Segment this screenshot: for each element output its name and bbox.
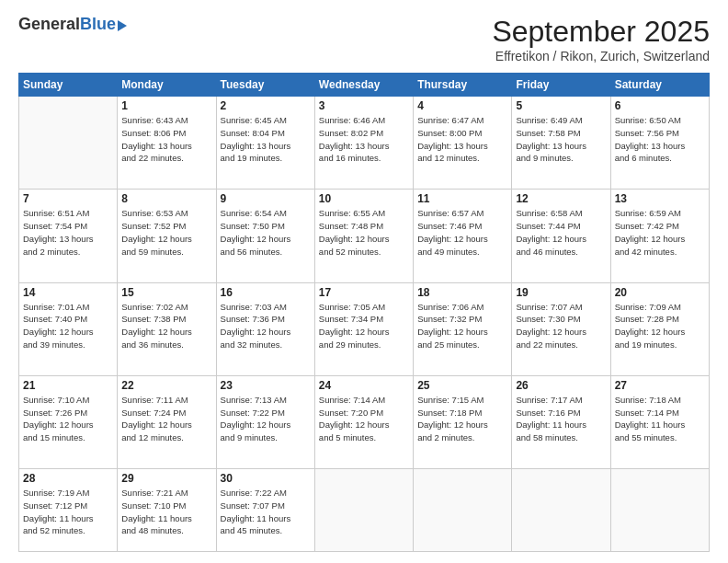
day-number: 1 — [121, 99, 211, 112]
day-info: Sunrise: 7:15 AM Sunset: 7:18 PM Dayligh… — [417, 394, 507, 444]
calendar-cell: 23Sunrise: 7:13 AM Sunset: 7:22 PM Dayli… — [216, 375, 314, 468]
title-area: September 2025 Effretikon / Rikon, Zuric… — [492, 15, 710, 63]
calendar-cell: 26Sunrise: 7:17 AM Sunset: 7:16 PM Dayli… — [512, 375, 610, 468]
calendar-cell: 7Sunrise: 6:51 AM Sunset: 7:54 PM Daylig… — [19, 190, 118, 282]
logo-arrow-icon — [118, 20, 127, 31]
day-number: 10 — [319, 192, 409, 205]
calendar-cell: 16Sunrise: 7:03 AM Sunset: 7:36 PM Dayli… — [216, 282, 314, 375]
location-text: Effretikon / Rikon, Zurich, Switzerland — [492, 49, 710, 63]
day-number: 20 — [615, 286, 705, 299]
day-number: 30 — [221, 472, 311, 485]
day-info: Sunrise: 7:01 AM Sunset: 7:40 PM Dayligh… — [23, 301, 113, 351]
day-number: 2 — [221, 99, 311, 112]
day-info: Sunrise: 7:07 AM Sunset: 7:30 PM Dayligh… — [516, 301, 606, 351]
calendar-cell: 25Sunrise: 7:15 AM Sunset: 7:18 PM Dayli… — [414, 375, 512, 468]
calendar-cell — [512, 469, 610, 552]
day-number: 17 — [319, 286, 409, 299]
calendar-day-header: Monday — [118, 74, 216, 97]
logo-blue-text: Blue — [80, 15, 116, 34]
calendar-day-header: Saturday — [610, 74, 709, 97]
day-info: Sunrise: 6:50 AM Sunset: 7:56 PM Dayligh… — [615, 114, 705, 165]
day-number: 19 — [516, 286, 606, 299]
day-number: 13 — [615, 192, 705, 205]
day-info: Sunrise: 7:19 AM Sunset: 7:12 PM Dayligh… — [23, 487, 113, 537]
calendar-day-header: Thursday — [414, 74, 512, 97]
day-number: 12 — [516, 192, 606, 205]
day-number: 8 — [121, 192, 211, 205]
day-info: Sunrise: 6:53 AM Sunset: 7:52 PM Dayligh… — [121, 207, 211, 258]
calendar-cell: 10Sunrise: 6:55 AM Sunset: 7:48 PM Dayli… — [314, 190, 413, 282]
day-number: 15 — [121, 286, 211, 299]
logo-general-text: General — [18, 15, 80, 34]
day-number: 23 — [221, 379, 311, 392]
day-number: 11 — [417, 192, 507, 205]
day-info: Sunrise: 7:09 AM Sunset: 7:28 PM Dayligh… — [615, 301, 705, 351]
calendar-cell: 28Sunrise: 7:19 AM Sunset: 7:12 PM Dayli… — [19, 469, 118, 552]
calendar-day-header: Tuesday — [216, 74, 314, 97]
calendar-cell: 8Sunrise: 6:53 AM Sunset: 7:52 PM Daylig… — [118, 190, 216, 282]
day-info: Sunrise: 6:46 AM Sunset: 8:02 PM Dayligh… — [319, 114, 409, 165]
calendar-cell: 20Sunrise: 7:09 AM Sunset: 7:28 PM Dayli… — [610, 282, 709, 375]
day-number: 21 — [23, 379, 113, 392]
day-number: 14 — [23, 286, 113, 299]
day-info: Sunrise: 6:47 AM Sunset: 8:00 PM Dayligh… — [417, 114, 507, 165]
day-number: 27 — [615, 379, 705, 392]
day-info: Sunrise: 7:17 AM Sunset: 7:16 PM Dayligh… — [516, 394, 606, 444]
calendar-cell — [19, 97, 118, 190]
day-info: Sunrise: 6:59 AM Sunset: 7:42 PM Dayligh… — [615, 207, 705, 258]
calendar-day-header: Friday — [512, 74, 610, 97]
logo: General Blue — [18, 15, 127, 34]
month-title: September 2025 — [492, 15, 710, 49]
day-number: 7 — [23, 192, 113, 205]
day-number: 9 — [221, 192, 311, 205]
calendar-cell: 22Sunrise: 7:11 AM Sunset: 7:24 PM Dayli… — [118, 375, 216, 468]
day-info: Sunrise: 7:22 AM Sunset: 7:07 PM Dayligh… — [221, 487, 311, 537]
calendar-cell: 5Sunrise: 6:49 AM Sunset: 7:58 PM Daylig… — [512, 97, 610, 190]
day-info: Sunrise: 7:18 AM Sunset: 7:14 PM Dayligh… — [615, 394, 705, 444]
day-info: Sunrise: 6:57 AM Sunset: 7:46 PM Dayligh… — [417, 207, 507, 258]
day-info: Sunrise: 6:45 AM Sunset: 8:04 PM Dayligh… — [221, 114, 311, 165]
day-number: 24 — [319, 379, 409, 392]
day-number: 28 — [23, 472, 113, 485]
calendar-cell: 2Sunrise: 6:45 AM Sunset: 8:04 PM Daylig… — [216, 97, 314, 190]
calendar-cell: 24Sunrise: 7:14 AM Sunset: 7:20 PM Dayli… — [314, 375, 413, 468]
day-info: Sunrise: 6:54 AM Sunset: 7:50 PM Dayligh… — [221, 207, 311, 258]
calendar-cell: 9Sunrise: 6:54 AM Sunset: 7:50 PM Daylig… — [216, 190, 314, 282]
day-info: Sunrise: 6:49 AM Sunset: 7:58 PM Dayligh… — [516, 114, 606, 165]
calendar-cell: 11Sunrise: 6:57 AM Sunset: 7:46 PM Dayli… — [414, 190, 512, 282]
calendar-day-header: Wednesday — [314, 74, 413, 97]
day-number: 26 — [516, 379, 606, 392]
day-info: Sunrise: 7:11 AM Sunset: 7:24 PM Dayligh… — [121, 394, 211, 444]
calendar-cell: 19Sunrise: 7:07 AM Sunset: 7:30 PM Dayli… — [512, 282, 610, 375]
calendar-cell: 6Sunrise: 6:50 AM Sunset: 7:56 PM Daylig… — [610, 97, 709, 190]
day-info: Sunrise: 7:13 AM Sunset: 7:22 PM Dayligh… — [221, 394, 311, 444]
calendar-cell: 12Sunrise: 6:58 AM Sunset: 7:44 PM Dayli… — [512, 190, 610, 282]
day-number: 3 — [319, 99, 409, 112]
day-info: Sunrise: 7:10 AM Sunset: 7:26 PM Dayligh… — [23, 394, 113, 444]
calendar-cell — [314, 469, 413, 552]
day-info: Sunrise: 6:43 AM Sunset: 8:06 PM Dayligh… — [121, 114, 211, 165]
day-number: 18 — [417, 286, 507, 299]
day-info: Sunrise: 7:05 AM Sunset: 7:34 PM Dayligh… — [319, 301, 409, 351]
calendar-cell: 4Sunrise: 6:47 AM Sunset: 8:00 PM Daylig… — [414, 97, 512, 190]
calendar-cell: 27Sunrise: 7:18 AM Sunset: 7:14 PM Dayli… — [610, 375, 709, 468]
calendar-cell: 29Sunrise: 7:21 AM Sunset: 7:10 PM Dayli… — [118, 469, 216, 552]
calendar-cell — [414, 469, 512, 552]
day-number: 25 — [417, 379, 507, 392]
header: General Blue September 2025 Effretikon /… — [18, 15, 710, 63]
day-info: Sunrise: 6:55 AM Sunset: 7:48 PM Dayligh… — [319, 207, 409, 258]
calendar-cell: 14Sunrise: 7:01 AM Sunset: 7:40 PM Dayli… — [19, 282, 118, 375]
day-info: Sunrise: 7:06 AM Sunset: 7:32 PM Dayligh… — [417, 301, 507, 351]
calendar-cell: 21Sunrise: 7:10 AM Sunset: 7:26 PM Dayli… — [19, 375, 118, 468]
calendar-day-header: Sunday — [19, 74, 118, 97]
day-number: 22 — [121, 379, 211, 392]
day-info: Sunrise: 6:58 AM Sunset: 7:44 PM Dayligh… — [516, 207, 606, 258]
calendar-cell: 1Sunrise: 6:43 AM Sunset: 8:06 PM Daylig… — [118, 97, 216, 190]
calendar-header-row: SundayMondayTuesdayWednesdayThursdayFrid… — [19, 74, 710, 97]
calendar-cell: 13Sunrise: 6:59 AM Sunset: 7:42 PM Dayli… — [610, 190, 709, 282]
calendar-cell: 18Sunrise: 7:06 AM Sunset: 7:32 PM Dayli… — [414, 282, 512, 375]
calendar-cell — [610, 469, 709, 552]
day-number: 4 — [417, 99, 507, 112]
calendar-cell: 17Sunrise: 7:05 AM Sunset: 7:34 PM Dayli… — [314, 282, 413, 375]
day-info: Sunrise: 7:03 AM Sunset: 7:36 PM Dayligh… — [221, 301, 311, 351]
